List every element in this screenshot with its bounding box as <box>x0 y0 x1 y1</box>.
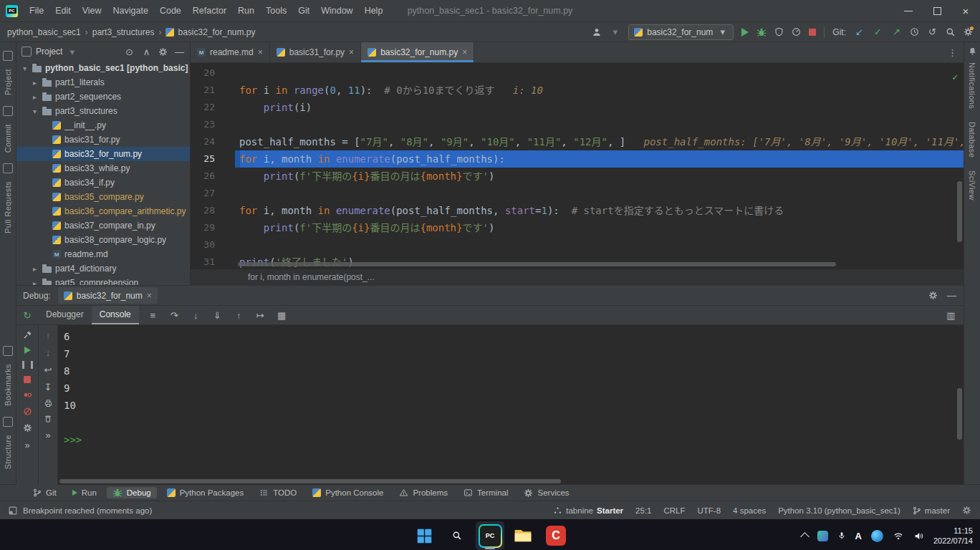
chevron-down-icon[interactable]: ▾ <box>610 26 620 37</box>
stop-icon[interactable] <box>24 376 31 383</box>
ime-mode-indicator[interactable]: A <box>855 531 862 541</box>
view-breakpoints-icon[interactable] <box>23 390 32 400</box>
tool-button-python-packages[interactable]: Python Packages <box>161 488 250 498</box>
tool-button-terminal[interactable]: Terminal <box>458 488 514 498</box>
more-actions-icon[interactable]: » <box>22 440 33 450</box>
rollback-icon[interactable]: ↺ <box>927 26 938 37</box>
profiler-button[interactable] <box>792 27 801 37</box>
stop-button[interactable] <box>809 29 816 36</box>
notifications-bell-icon[interactable] <box>968 47 977 56</box>
hide-debug-panel-icon[interactable]: — <box>946 290 957 301</box>
line-number[interactable]: 30 <box>191 236 215 254</box>
tree-item-readme-md[interactable]: Mreadme.md <box>16 247 190 261</box>
print-icon[interactable] <box>44 399 53 407</box>
chevron-right-icon[interactable]: ▸ <box>31 279 39 286</box>
collapse-all-icon[interactable]: ∧ <box>141 47 152 57</box>
line-separator[interactable]: CRLF <box>663 506 685 515</box>
editor-horizontal-scrollbar[interactable] <box>238 262 836 266</box>
editor-tab-basic31-for-py[interactable]: basic31_for.py× <box>270 42 361 62</box>
menu-tools[interactable]: Tools <box>260 0 292 21</box>
breadcrumb-item-basic32-for-num-py[interactable]: basic32_for_num.py <box>165 27 255 37</box>
tool-stripe-database[interactable]: Database <box>968 115 976 164</box>
menu-window[interactable]: Window <box>315 0 358 21</box>
tool-stripe-project[interactable]: Project <box>3 47 13 102</box>
user-account-icon[interactable] <box>592 27 602 37</box>
debug-tab-debugger[interactable]: Debugger <box>38 306 92 324</box>
code-line-24[interactable]: 24post_half_months = ["7月", "8月", "9月", … <box>191 133 964 150</box>
tree-item-basic34-if-py[interactable]: basic34_if.py <box>16 175 190 190</box>
code-line-26[interactable]: 26 print(f'下半期の{i}番目の月は{month}です') <box>191 168 964 185</box>
tool-stripe-notifications[interactable]: Notifications <box>968 56 976 115</box>
menu-navigate[interactable]: Navigate <box>107 0 154 21</box>
close-tab-icon[interactable]: × <box>258 47 263 57</box>
tool-stripe-commit[interactable]: Commit <box>3 102 13 159</box>
line-number[interactable]: 26 <box>191 168 215 185</box>
tree-item-init-py[interactable]: __init__.py <box>16 118 190 132</box>
cortana-icon[interactable] <box>871 530 883 542</box>
taskbar-clock[interactable]: 11:15 2022/07/14 <box>933 526 973 546</box>
tree-item-basic33-while-py[interactable]: basic33_while.py <box>16 161 190 175</box>
code-line-27[interactable]: 27 <box>191 185 964 202</box>
taskbar-app-c-button[interactable]: C <box>542 521 570 550</box>
debug-settings-icon[interactable] <box>928 291 938 300</box>
tool-button-problems[interactable]: Problems <box>393 488 453 498</box>
tool-stripe-structure[interactable]: Structure <box>3 412 13 476</box>
chevron-down-icon[interactable]: ▾ <box>31 107 39 115</box>
local-history-icon[interactable] <box>910 27 919 37</box>
code-editor[interactable]: 2021for i in range(0, 11): # 0から10までくり返す… <box>191 63 964 269</box>
line-number[interactable]: 25 <box>191 150 215 168</box>
breadcrumb-item-part3-structures[interactable]: part3_structures <box>92 27 155 37</box>
close-tab-icon[interactable]: × <box>349 47 354 57</box>
menu-help[interactable]: Help <box>359 0 389 21</box>
console-horizontal-scrollbar[interactable] <box>59 479 561 483</box>
tool-window-switcher-icon[interactable] <box>9 506 17 515</box>
hidden-icons-chevron[interactable] <box>800 532 810 541</box>
taskbar-search-button[interactable] <box>443 521 471 550</box>
prev-occurrence-icon[interactable]: ↑ <box>43 330 54 341</box>
tree-item-basic31-for-py[interactable]: basic31_for.py <box>16 132 190 147</box>
editor-tab-basic32-for-num-py[interactable]: basic32_for_num.py× <box>361 42 474 62</box>
maximize-button[interactable] <box>923 0 951 21</box>
code-line-28[interactable]: 28for i, month in enumerate(post_half_mo… <box>191 202 964 219</box>
chevron-right-icon[interactable]: ▸ <box>31 79 39 87</box>
tool-stripe-sciview[interactable]: SciView <box>968 164 976 207</box>
project-settings-icon[interactable] <box>158 47 168 57</box>
step-into-icon[interactable]: ↓ <box>191 310 201 321</box>
evaluate-expression-icon[interactable]: ▦ <box>277 310 287 321</box>
line-number[interactable]: 24 <box>191 133 215 150</box>
run-to-cursor-icon[interactable]: ↦ <box>255 310 266 321</box>
tree-item-python-basic-sec1-python-basic[interactable]: ▾python_basic_sec1 [python_basic]D: <box>16 61 190 75</box>
status-settings-icon[interactable] <box>962 506 971 515</box>
rerun-icon[interactable]: ↻ <box>22 310 33 321</box>
debug-session-tab[interactable]: basic32_for_num × <box>58 287 158 304</box>
debug-console-output[interactable]: 678910 >>> <box>58 325 964 485</box>
tool-button-debug[interactable]: Debug <box>107 487 157 498</box>
tool-button-python-console[interactable]: Python Console <box>307 488 389 498</box>
code-line-21[interactable]: 21for i in range(0, 11): # 0から10までくり返す i… <box>191 82 964 99</box>
tree-item-part2-sequences[interactable]: ▸part2_sequences <box>16 90 190 104</box>
line-number[interactable]: 21 <box>191 82 215 99</box>
line-number[interactable]: 22 <box>191 99 215 116</box>
more-console-actions-icon[interactable]: » <box>43 430 54 440</box>
settings-gear-icon[interactable] <box>964 27 973 37</box>
python-interpreter[interactable]: Python 3.10 (python_basic_sec1) <box>778 506 900 515</box>
tool-stripe-pull-requests[interactable]: Pull Requests <box>3 159 13 240</box>
tree-item-basic36-compare-arithmetic-py[interactable]: basic36_compare_arithmetic.py <box>16 204 190 218</box>
tool-button-run[interactable]: Run <box>67 488 102 498</box>
step-out-icon[interactable]: ↑ <box>234 310 244 321</box>
console-prompt[interactable]: >>> <box>64 431 964 448</box>
select-opened-file-icon[interactable]: ⊙ <box>124 47 135 57</box>
view-options-icon[interactable]: ≡ <box>148 310 158 321</box>
tabnine-status[interactable]: tabnine Starter <box>553 506 623 515</box>
line-number[interactable]: 20 <box>191 64 215 82</box>
tree-item-part4-dictionary[interactable]: ▸part4_dictionary <box>16 261 190 276</box>
tool-button-git[interactable]: Git <box>27 487 62 498</box>
git-commit-icon[interactable]: ✓ <box>873 26 883 37</box>
close-icon[interactable]: × <box>147 291 152 301</box>
caret-position[interactable]: 25:1 <box>635 506 651 515</box>
start-button[interactable] <box>410 521 438 550</box>
tree-item-basic32-for-num-py[interactable]: basic32_for_num.py <box>16 147 190 161</box>
code-line-22[interactable]: 22 print(i) <box>191 99 964 116</box>
volume-icon[interactable] <box>913 531 924 541</box>
git-branch[interactable]: master <box>913 506 950 516</box>
